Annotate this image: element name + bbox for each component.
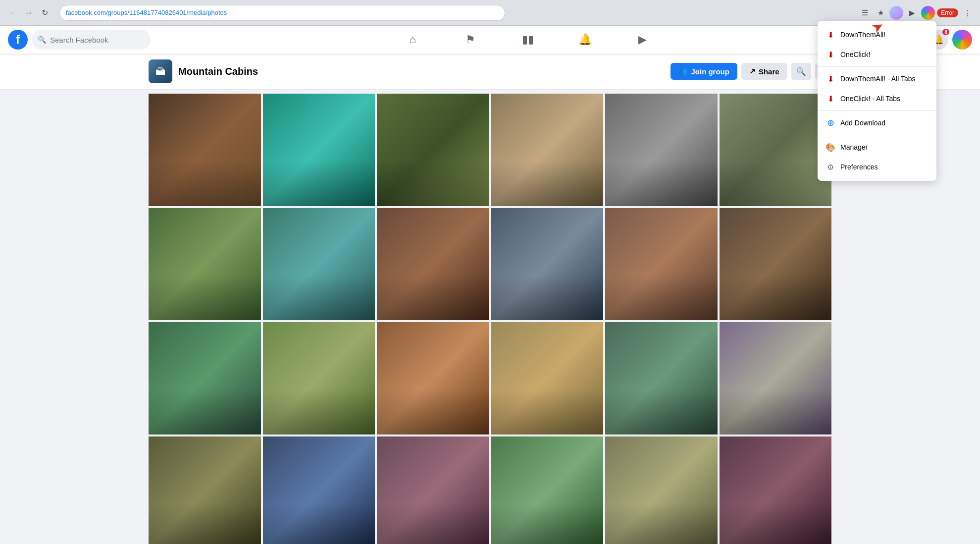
dropdown-divider-2: [818, 110, 936, 111]
header-extension-icon[interactable]: [952, 30, 972, 50]
photo-cell[interactable]: [720, 208, 832, 321]
manager-label: Manager: [840, 143, 868, 151]
photo-cell[interactable]: [377, 208, 489, 321]
facebook-logo[interactable]: f: [8, 30, 28, 50]
url-text: facebook.com/groups/1164817740826401/med…: [66, 9, 227, 16]
photo-cell[interactable]: [491, 436, 604, 544]
photo-cell[interactable]: [605, 322, 718, 435]
nav-flag-button[interactable]: ⚑: [443, 28, 498, 52]
nav-bell-button[interactable]: 🔔: [558, 28, 613, 52]
join-group-button[interactable]: 👥 Join group: [671, 63, 737, 80]
cast-button[interactable]: ▶: [905, 6, 919, 20]
reload-button[interactable]: ↻: [38, 6, 52, 20]
browser-nav-buttons: ← → ↻: [6, 6, 52, 20]
photo-cell[interactable]: [149, 94, 261, 206]
photo-cell[interactable]: [263, 94, 375, 206]
nav-store-button[interactable]: ▮▮: [500, 28, 556, 52]
photo-cell[interactable]: [491, 94, 604, 206]
manager-icon: 🎨: [825, 142, 835, 152]
downthemall-label: DownThemAll!: [840, 31, 885, 39]
photo-cell[interactable]: [720, 322, 832, 435]
photo-cell[interactable]: [377, 94, 489, 206]
oneclick-alltabs-item[interactable]: ⬇ OneClick! - All Tabs: [818, 89, 936, 109]
bookmark-button[interactable]: ★: [874, 6, 887, 20]
manager-item[interactable]: 🎨 Manager: [818, 137, 936, 157]
photo-cell[interactable]: [263, 322, 375, 435]
extension-dropdown-menu: ⬇ DownThemAll! ⬇ OneClick! ⬇ DownThemAll…: [818, 21, 936, 181]
downthemall-alltabs-label: DownThemAll! - All Tabs: [840, 75, 915, 83]
photo-cell[interactable]: [377, 436, 489, 544]
photo-grid: [149, 94, 831, 544]
browser-actions: ☰ ★ ▶ Error ⋮: [858, 6, 974, 20]
error-button[interactable]: Error: [937, 8, 958, 17]
profile-icon[interactable]: [889, 6, 903, 20]
forward-button[interactable]: →: [22, 6, 36, 20]
share-button[interactable]: ↗ Share: [741, 63, 787, 80]
extension-icon-special[interactable]: [921, 6, 935, 20]
photo-cell[interactable]: [263, 436, 375, 544]
group-actions: 👥 Join group ↗ Share 🔍 ···: [671, 63, 831, 80]
photo-cell[interactable]: [720, 436, 832, 544]
photo-cell[interactable]: [605, 436, 718, 544]
address-bar[interactable]: facebook.com/groups/1164817740826401/med…: [59, 5, 505, 21]
downthemall-icon: ⬇: [825, 30, 835, 40]
oneclick-alltabs-label: OneClick! - All Tabs: [840, 95, 900, 103]
photo-cell[interactable]: [720, 94, 832, 206]
menu-button[interactable]: ⋮: [960, 6, 974, 20]
group-name: Mountain Cabins: [178, 66, 258, 77]
add-download-label: Add Download: [840, 119, 885, 127]
search-group-button[interactable]: 🔍: [791, 63, 811, 80]
oneclick-item[interactable]: ⬇ OneClick!: [818, 45, 936, 64]
join-icon: 👥: [678, 67, 688, 76]
photo-cell[interactable]: [149, 436, 261, 544]
preferences-item[interactable]: ⚙ Preferences: [818, 157, 936, 177]
downthemall-alltabs-icon: ⬇: [825, 74, 835, 84]
back-button[interactable]: ←: [6, 6, 20, 20]
search-icon: 🔍: [38, 36, 46, 44]
facebook-nav: ⌂ ⚑ ▮▮ 🔔 ▶: [151, 28, 905, 52]
preferences-label: Preferences: [840, 163, 877, 171]
oneclick-label: OneClick!: [840, 51, 871, 58]
oneclick-icon: ⬇: [825, 50, 835, 59]
share-icon: ↗: [749, 67, 756, 76]
photo-cell[interactable]: [605, 94, 718, 206]
group-avatar: 🏔: [149, 59, 172, 83]
nav-home-button[interactable]: ⌂: [385, 28, 441, 52]
gear-icon: ⚙: [825, 162, 835, 172]
photo-cell[interactable]: [605, 208, 718, 321]
downthemall-item[interactable]: ⬇ DownThemAll!: [818, 25, 936, 45]
notification-badge: 8: [942, 29, 949, 35]
add-download-icon: ⊕: [825, 118, 835, 128]
nav-video-button[interactable]: ▶: [615, 28, 671, 52]
search-input[interactable]: [50, 36, 145, 44]
add-download-item[interactable]: ⊕ Add Download: [818, 113, 936, 133]
photo-cell[interactable]: [491, 208, 604, 321]
dropdown-divider-1: [818, 66, 936, 67]
photo-cell[interactable]: [377, 322, 489, 435]
photo-cell[interactable]: [491, 322, 604, 435]
photo-cell[interactable]: [149, 322, 261, 435]
downthemall-alltabs-item[interactable]: ⬇ DownThemAll! - All Tabs: [818, 69, 936, 89]
photo-cell[interactable]: [149, 208, 261, 321]
oneclick-alltabs-icon: ⬇: [825, 94, 835, 104]
dropdown-divider-3: [818, 135, 936, 135]
facebook-search-bar[interactable]: 🔍: [32, 30, 151, 50]
extensions-button[interactable]: ☰: [858, 6, 872, 20]
photo-cell[interactable]: [263, 208, 375, 321]
